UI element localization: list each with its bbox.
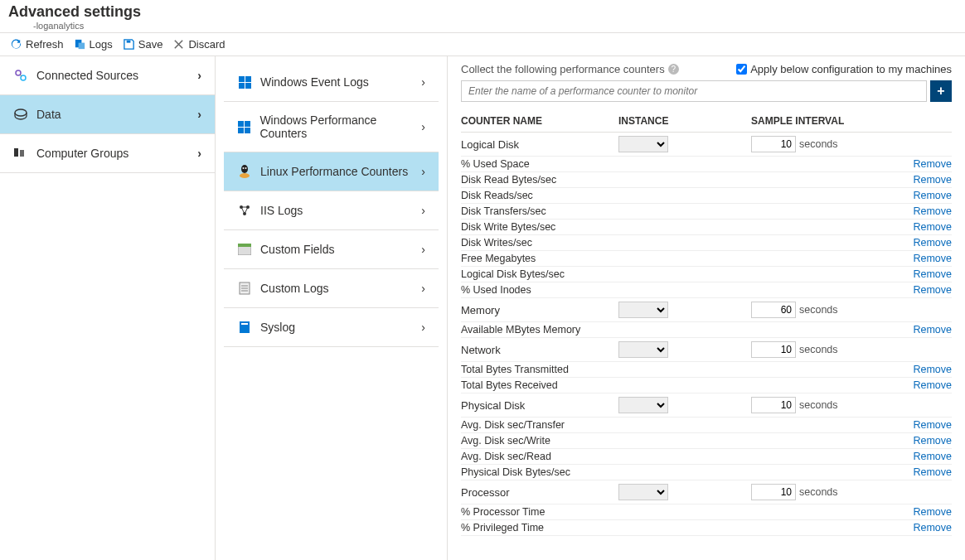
svg-point-10 — [243, 167, 245, 169]
instance-select[interactable] — [618, 484, 668, 500]
counter-group-row: Networkseconds — [461, 338, 952, 362]
refresh-icon — [10, 38, 22, 51]
subnav-item-syslog[interactable]: Syslog› — [224, 308, 439, 347]
subnav-item-iis-logs[interactable]: IIS Logs› — [224, 191, 439, 230]
secondary-nav: Windows Event Logs›Windows Performance C… — [216, 56, 448, 560]
counter-row: Disk Reads/secRemove — [461, 188, 952, 204]
nav-item-computer-groups[interactable]: Computer Groups› — [0, 134, 215, 173]
iis-icon — [238, 204, 251, 217]
remove-link[interactable]: Remove — [913, 506, 952, 518]
subnav-item-custom-fields[interactable]: Custom Fields› — [224, 230, 439, 269]
nav-label: Data — [36, 108, 61, 121]
interval-input[interactable] — [751, 136, 796, 152]
remove-link[interactable]: Remove — [913, 205, 952, 217]
discard-button[interactable]: Discard — [172, 38, 225, 51]
svg-rect-1 — [78, 43, 85, 50]
nav-label: Connected Sources — [36, 69, 138, 82]
subnav-item-linux-performance-counters[interactable]: Linux Performance Counters› — [224, 152, 439, 191]
remove-link[interactable]: Remove — [913, 221, 952, 233]
remove-link[interactable]: Remove — [913, 190, 952, 201]
refresh-button[interactable]: Refresh — [10, 38, 64, 51]
counter-row: Disk Transfers/secRemove — [461, 204, 952, 220]
customlogs-icon — [239, 282, 250, 295]
chevron-right-icon: › — [421, 282, 425, 295]
counter-row: Total Bytes ReceivedRemove — [461, 378, 952, 393]
panel-description: Collect the following performance counte… — [461, 63, 679, 75]
connected-icon — [13, 68, 28, 83]
group-name: Processor — [461, 486, 618, 499]
chevron-right-icon: › — [197, 108, 201, 121]
instance-select[interactable] — [618, 136, 668, 152]
group-name: Physical Disk — [461, 399, 618, 412]
counters-panel: Collect the following performance counte… — [448, 56, 965, 560]
apply-config-checkbox[interactable]: Apply below configuration to my machines — [736, 63, 952, 75]
svg-rect-19 — [241, 323, 248, 325]
logs-button[interactable]: Logs — [74, 38, 113, 51]
interval-input[interactable] — [751, 302, 796, 318]
add-counter-button[interactable]: + — [930, 80, 952, 102]
remove-link[interactable]: Remove — [913, 522, 952, 533]
remove-link[interactable]: Remove — [913, 435, 952, 447]
counter-search-input[interactable] — [461, 80, 927, 102]
counter-name: Avg. Disk sec/Read — [461, 451, 706, 462]
remove-link[interactable]: Remove — [913, 253, 952, 264]
col-header-name: COUNTER NAME — [461, 115, 618, 127]
counter-group-row: Physical Diskseconds — [461, 393, 952, 418]
chevron-right-icon: › — [421, 165, 425, 178]
remove-link[interactable]: Remove — [913, 284, 952, 296]
svg-point-11 — [245, 167, 247, 169]
counter-name: Disk Read Bytes/sec — [461, 174, 706, 186]
subnav-item-windows-performance-counters[interactable]: Windows Performance Counters› — [224, 102, 439, 152]
counter-row: Avg. Disk sec/TransferRemove — [461, 418, 952, 433]
remove-link[interactable]: Remove — [913, 158, 952, 170]
instance-select[interactable] — [618, 302, 668, 318]
seconds-label: seconds — [799, 486, 838, 498]
subnav-item-custom-logs[interactable]: Custom Logs› — [224, 269, 439, 308]
fields-icon — [238, 244, 251, 255]
remove-link[interactable]: Remove — [913, 466, 952, 478]
seconds-label: seconds — [799, 138, 838, 150]
nav-item-data[interactable]: Data› — [0, 95, 215, 134]
remove-link[interactable]: Remove — [913, 237, 952, 249]
counter-group-row: Memoryseconds — [461, 298, 952, 322]
subnav-label: Windows Event Logs — [260, 75, 369, 89]
counter-row: Disk Writes/secRemove — [461, 235, 952, 251]
save-button[interactable]: Save — [123, 38, 163, 51]
counter-row: % Used InodesRemove — [461, 282, 952, 298]
instance-select[interactable] — [618, 341, 668, 358]
counter-name: % Used Inodes — [461, 284, 706, 296]
interval-input[interactable] — [751, 484, 796, 500]
remove-link[interactable]: Remove — [913, 364, 952, 375]
remove-link[interactable]: Remove — [913, 379, 952, 391]
col-header-instance: INSTANCE — [618, 115, 751, 127]
nav-label: Computer Groups — [36, 147, 129, 160]
instance-select[interactable] — [618, 397, 668, 413]
counter-row: Logical Disk Bytes/secRemove — [461, 267, 952, 282]
remove-link[interactable]: Remove — [913, 419, 952, 431]
groups-icon — [13, 146, 28, 161]
interval-input[interactable] — [751, 341, 796, 358]
counter-name: Avg. Disk sec/Transfer — [461, 419, 706, 431]
counter-row: Physical Disk Bytes/secRemove — [461, 465, 952, 480]
svg-rect-6 — [14, 148, 18, 157]
subnav-item-windows-event-logs[interactable]: Windows Event Logs› — [224, 63, 439, 102]
subnav-label: IIS Logs — [260, 204, 303, 217]
counter-name: Total Bytes Received — [461, 379, 706, 391]
linux-icon — [238, 164, 251, 179]
remove-link[interactable]: Remove — [913, 174, 952, 186]
counter-row: Disk Read Bytes/secRemove — [461, 172, 952, 188]
logs-icon — [74, 38, 86, 51]
apply-config-input[interactable] — [736, 64, 747, 75]
page-subtitle: -loganalytics — [8, 21, 957, 31]
counter-name: Disk Reads/sec — [461, 190, 706, 201]
remove-link[interactable]: Remove — [913, 268, 952, 280]
nav-item-connected-sources[interactable]: Connected Sources› — [0, 56, 215, 95]
counter-row: % Processor TimeRemove — [461, 504, 952, 520]
interval-input[interactable] — [751, 397, 796, 413]
help-icon[interactable]: ? — [668, 64, 679, 75]
counter-name: % Used Space — [461, 158, 706, 170]
remove-link[interactable]: Remove — [913, 324, 952, 336]
col-header-interval: SAMPLE INTERVAL — [751, 115, 867, 127]
remove-link[interactable]: Remove — [913, 451, 952, 462]
windows-icon — [239, 76, 251, 89]
